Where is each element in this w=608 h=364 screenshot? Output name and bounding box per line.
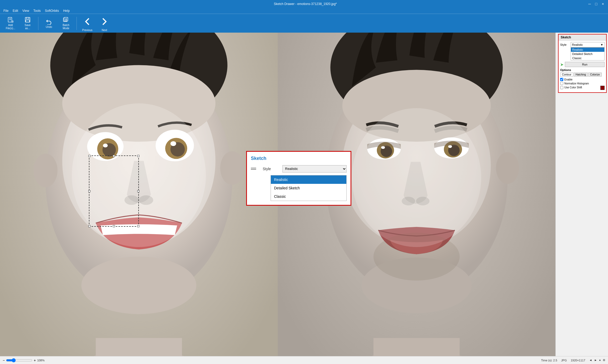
run-button[interactable]: Run — [565, 62, 605, 67]
format-label: JPG — [561, 359, 567, 362]
rp-style-label: Style — [560, 43, 569, 46]
previous-icon — [81, 15, 94, 28]
options-line-1 — [251, 168, 256, 168]
right-panel: Sketch Style Realistic ▼ Realistic Detai… — [555, 33, 608, 356]
dropdown-item-realistic[interactable]: Realistic — [271, 175, 346, 184]
time-label: Time (s): 2.5 — [541, 359, 557, 362]
rp-options-title: Options — [560, 68, 605, 72]
title-bar: Sketch Drawer - emotions-371238_1920.jpg… — [0, 0, 608, 8]
next-icon — [98, 15, 111, 28]
previous-button[interactable]: Previous — [79, 15, 95, 32]
center-style-select[interactable]: Realistic Detailed Sketch Classic — [282, 165, 347, 173]
rp-select-display[interactable]: Realistic ▼ — [571, 42, 605, 47]
zoom-control: − + 108% — [3, 358, 45, 362]
close-button[interactable]: ✕ — [600, 1, 605, 7]
left-face-svg — [0, 33, 278, 356]
nav-icon-3[interactable]: ♦ — [599, 358, 601, 362]
options-line-2 — [251, 169, 256, 170]
color-shift-check-row: Use Color Shift — [560, 86, 582, 89]
save-as-button[interactable]: Saveas... — [20, 15, 36, 32]
dropdown-item-classic[interactable]: Classic — [271, 192, 346, 201]
nav-icon-2[interactable]: ► — [594, 358, 597, 362]
svg-point-31 — [82, 257, 196, 314]
enable-row: Enable — [560, 78, 605, 81]
center-options-icon — [251, 168, 256, 170]
rp-tabs: Contour Hatching Colorize — [560, 73, 605, 77]
undo-button[interactable]: Undo — [41, 15, 57, 32]
add-files-button[interactable]: AddFile(s)... — [3, 15, 18, 32]
normalize-checkbox[interactable] — [560, 82, 563, 85]
color-shift-row: Use Color Shift — [560, 86, 605, 90]
rp-option-detailed[interactable]: Detailed Sketch — [571, 52, 604, 56]
dropdown-arrow-icon: ▼ — [600, 43, 603, 46]
save-as-label: Saveas... — [25, 24, 31, 30]
zoom-out-button[interactable]: − — [3, 358, 5, 362]
enable-label[interactable]: Enable — [564, 78, 572, 81]
svg-point-54 — [496, 152, 519, 184]
status-right: Time (s): 2.5 JPG 1920×1117 ◄ ► ♦ ⚙ — [541, 358, 605, 362]
nav-icon-1[interactable]: ◄ — [589, 358, 592, 362]
batch-mode-icon — [63, 17, 69, 23]
save-as-icon — [24, 17, 31, 23]
add-files-label: AddFile(s)... — [6, 24, 15, 30]
dropdown-item-detailed[interactable]: Detailed Sketch — [271, 184, 346, 192]
rp-option-realistic[interactable]: Realistic — [571, 48, 604, 52]
right-panel-sketch: Sketch Style Realistic ▼ Realistic Detai… — [558, 34, 607, 93]
status-left: − + 108% — [3, 358, 45, 362]
minimize-button[interactable]: ─ — [587, 1, 592, 7]
svg-rect-16 — [96, 338, 182, 356]
enable-checkbox[interactable] — [560, 78, 563, 81]
batch-mode-button[interactable]: BatchMode — [58, 15, 74, 32]
nav-icon-4[interactable]: ⚙ — [603, 358, 605, 362]
zoom-value: 108% — [37, 359, 44, 362]
color-swatch[interactable] — [600, 86, 605, 90]
center-dropdown-list: Realistic Detailed Sketch Classic — [271, 175, 347, 201]
batch-mode-label: BatchMode — [63, 24, 69, 30]
previous-label: Previous — [82, 29, 93, 32]
left-face-panel — [0, 33, 278, 356]
add-files-icon — [7, 17, 14, 23]
zoom-in-button[interactable]: + — [34, 358, 36, 362]
tab-contour[interactable]: Contour — [560, 73, 573, 77]
toolbar: AddFile(s)... Saveas... Undo BatchMode — [0, 14, 608, 33]
menu-edit[interactable]: Edit — [11, 8, 20, 14]
svg-point-33 — [33, 154, 57, 187]
tab-colorize[interactable]: Colorize — [588, 73, 602, 77]
maximize-button[interactable]: □ — [594, 1, 599, 7]
normalize-row: Normalize Histogram — [560, 82, 605, 85]
normalize-label[interactable]: Normalize Histogram — [564, 82, 589, 85]
rp-dropdown: Realistic Detailed Sketch Classic — [571, 47, 605, 60]
rp-run-row: ➤ Run — [560, 62, 605, 67]
status-bar: − + 108% Time (s): 2.5 JPG 1920×1117 ◄ ►… — [0, 356, 608, 364]
dimensions-label: 1920×1117 — [571, 359, 585, 362]
rp-select-container: Realistic ▼ Realistic Detailed Sketch Cl… — [571, 42, 605, 47]
center-style-row: Style Realistic Detailed Sketch Classic — [251, 165, 347, 173]
menu-file[interactable]: File — [1, 8, 11, 14]
menu-help[interactable]: Help — [61, 8, 72, 14]
center-dropdown-title: Sketch — [251, 156, 347, 161]
center-dropdown-panel: Sketch Style Realistic Detailed Sketch C… — [246, 151, 351, 206]
rp-body: Style Realistic ▼ Realistic Detailed Ske… — [559, 41, 606, 92]
rp-selected-value: Realistic — [572, 43, 583, 46]
rp-sketch-header: Sketch — [559, 34, 606, 41]
color-shift-label[interactable]: Use Color Shift — [564, 86, 582, 89]
menu-softorbits[interactable]: SoftOrbits — [43, 8, 61, 14]
rp-option-classic[interactable]: Classic — [571, 56, 604, 60]
toolbar-separator-2 — [77, 17, 77, 30]
undo-icon — [46, 18, 52, 25]
toolbar-separator-1 — [38, 17, 38, 30]
zoom-slider[interactable] — [6, 358, 32, 362]
center-style-label: Style — [263, 167, 278, 171]
next-button[interactable]: Next — [97, 15, 112, 32]
svg-rect-10 — [64, 17, 68, 21]
canvas-area[interactable]: Sketch Style Realistic Detailed Sketch C… — [0, 33, 555, 356]
window-title: Sketch Drawer - emotions-371238_1920.jpg… — [24, 2, 587, 6]
rp-style-row: Style Realistic ▼ Realistic Detailed Ske… — [560, 42, 605, 47]
color-shift-checkbox[interactable] — [560, 86, 563, 89]
window-controls: ─ □ ✕ — [587, 1, 605, 7]
menu-tools[interactable]: Tools — [31, 8, 43, 14]
main-content: Sketch Style Realistic Detailed Sketch C… — [0, 33, 608, 356]
run-arrow-icon: ➤ — [560, 62, 564, 67]
menu-view[interactable]: View — [20, 8, 31, 14]
tab-hatching[interactable]: Hatching — [574, 73, 588, 77]
